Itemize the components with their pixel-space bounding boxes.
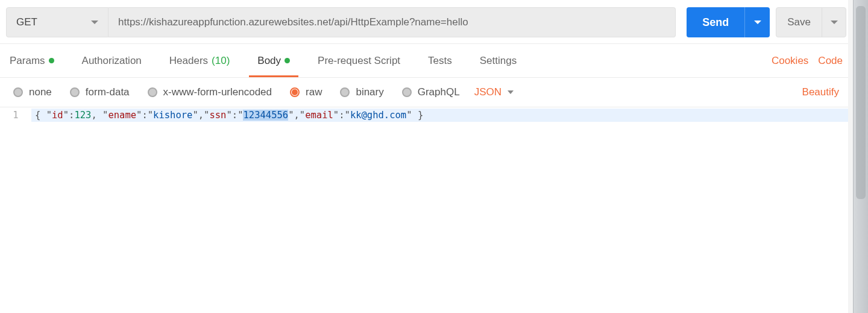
bodytype-raw[interactable]: raw bbox=[290, 86, 322, 98]
comma: , bbox=[198, 110, 204, 121]
tab-body[interactable]: Body bbox=[257, 45, 290, 77]
http-method-value: GET bbox=[16, 16, 37, 28]
tab-label: Pre-request Script bbox=[318, 55, 400, 67]
window-scrollbar[interactable] bbox=[853, 0, 868, 313]
json-string: kk@ghd.com bbox=[350, 110, 406, 121]
radio-label: form-data bbox=[86, 86, 130, 98]
radio-icon bbox=[290, 87, 300, 97]
tab-headers[interactable]: Headers (10) bbox=[169, 45, 230, 77]
tab-label: Tests bbox=[428, 55, 452, 67]
comma: , bbox=[91, 110, 102, 121]
tab-prerequest-script[interactable]: Pre-request Script bbox=[318, 45, 400, 77]
colon: : bbox=[142, 110, 147, 121]
radio-label: none bbox=[29, 86, 52, 98]
radio-label: binary bbox=[356, 86, 383, 98]
inner-scrollbar[interactable] bbox=[848, 0, 853, 313]
json-number: 123 bbox=[74, 110, 91, 121]
json-string: 12344556 bbox=[243, 110, 288, 121]
dot-indicator-icon bbox=[285, 58, 290, 63]
radio-icon bbox=[402, 87, 412, 97]
body-editor[interactable]: 1 { "id":123, "ename":"kishore","ssn":"1… bbox=[0, 107, 852, 122]
request-tabs: Params Authorization Headers (10) Body P… bbox=[0, 44, 852, 78]
brace-close: } bbox=[412, 110, 424, 121]
url-input[interactable] bbox=[108, 7, 676, 37]
code-link[interactable]: Code bbox=[818, 55, 843, 67]
quote: " bbox=[63, 110, 69, 121]
json-key: id bbox=[52, 110, 63, 121]
bodytype-xwwwform[interactable]: x-www-form-urlencoded bbox=[148, 86, 272, 98]
bodytype-graphql[interactable]: GraphQL bbox=[402, 86, 460, 98]
brace-open: { bbox=[35, 110, 46, 121]
line-number: 1 bbox=[0, 109, 31, 122]
send-button-label: Send bbox=[687, 7, 744, 37]
request-bar: GET Send Save bbox=[0, 0, 852, 44]
radio-icon bbox=[13, 87, 23, 97]
json-key: email bbox=[305, 110, 333, 121]
bodytype-binary[interactable]: binary bbox=[340, 86, 383, 98]
quote: " bbox=[300, 110, 305, 121]
radio-label: GraphQL bbox=[418, 86, 460, 98]
tab-label: Body bbox=[257, 55, 281, 67]
tab-params[interactable]: Params bbox=[10, 45, 54, 77]
colon: : bbox=[339, 110, 344, 121]
json-key: ssn bbox=[209, 110, 226, 121]
tab-label: Authorization bbox=[82, 55, 142, 67]
beautify-link[interactable]: Beautify bbox=[802, 86, 839, 98]
quote: " bbox=[345, 110, 350, 121]
quote: " bbox=[288, 110, 294, 121]
chevron-down-icon bbox=[754, 21, 761, 24]
quote: " bbox=[46, 110, 52, 121]
chevron-down-icon bbox=[508, 90, 514, 94]
send-button[interactable]: Send bbox=[687, 7, 770, 37]
save-button[interactable]: Save bbox=[776, 7, 846, 37]
quote: " bbox=[226, 110, 231, 121]
body-type-row: none form-data x-www-form-urlencoded raw… bbox=[0, 78, 852, 107]
tab-tests[interactable]: Tests bbox=[428, 45, 452, 77]
colon: : bbox=[69, 110, 74, 121]
chevron-down-icon bbox=[91, 21, 98, 24]
save-button-split[interactable] bbox=[822, 8, 846, 37]
quote: " bbox=[192, 110, 198, 121]
tab-label: Params bbox=[10, 55, 45, 67]
editor-content[interactable]: { "id":123, "ename":"kishore","ssn":"123… bbox=[31, 107, 852, 122]
chevron-down-icon bbox=[831, 21, 838, 24]
radio-icon bbox=[70, 87, 80, 97]
cookies-link[interactable]: Cookies bbox=[772, 55, 808, 67]
save-button-label: Save bbox=[776, 8, 822, 37]
radio-label: raw bbox=[306, 86, 322, 98]
body-format-value: JSON bbox=[474, 86, 502, 98]
bodytype-form-data[interactable]: form-data bbox=[70, 86, 130, 98]
tab-authorization[interactable]: Authorization bbox=[82, 45, 142, 77]
quote: " bbox=[102, 110, 108, 121]
json-key: ename bbox=[108, 110, 136, 121]
radio-icon bbox=[148, 87, 157, 97]
tab-label: Settings bbox=[480, 55, 517, 67]
body-format-select[interactable]: JSON bbox=[474, 86, 514, 98]
tab-settings[interactable]: Settings bbox=[480, 45, 517, 77]
quote: " bbox=[204, 110, 209, 121]
code-line[interactable]: { "id":123, "ename":"kishore","ssn":"123… bbox=[31, 109, 852, 122]
quote: " bbox=[237, 110, 243, 121]
radio-label: x-www-form-urlencoded bbox=[163, 86, 272, 98]
editor-gutter: 1 bbox=[0, 107, 31, 122]
json-string: kishore bbox=[153, 110, 192, 121]
headers-count: (10) bbox=[212, 55, 230, 67]
quote: " bbox=[333, 110, 339, 121]
bodytype-none[interactable]: none bbox=[13, 86, 52, 98]
send-button-split[interactable] bbox=[744, 7, 770, 37]
quote: " bbox=[136, 110, 142, 121]
colon: : bbox=[232, 110, 237, 121]
radio-icon bbox=[340, 87, 350, 97]
quote: " bbox=[406, 110, 412, 121]
tab-label: Headers bbox=[169, 55, 208, 67]
comma: , bbox=[294, 110, 299, 121]
dot-indicator-icon bbox=[49, 58, 54, 63]
scrollbar-thumb[interactable] bbox=[856, 6, 866, 199]
http-method-select[interactable]: GET bbox=[6, 7, 108, 37]
quote: " bbox=[148, 110, 153, 121]
